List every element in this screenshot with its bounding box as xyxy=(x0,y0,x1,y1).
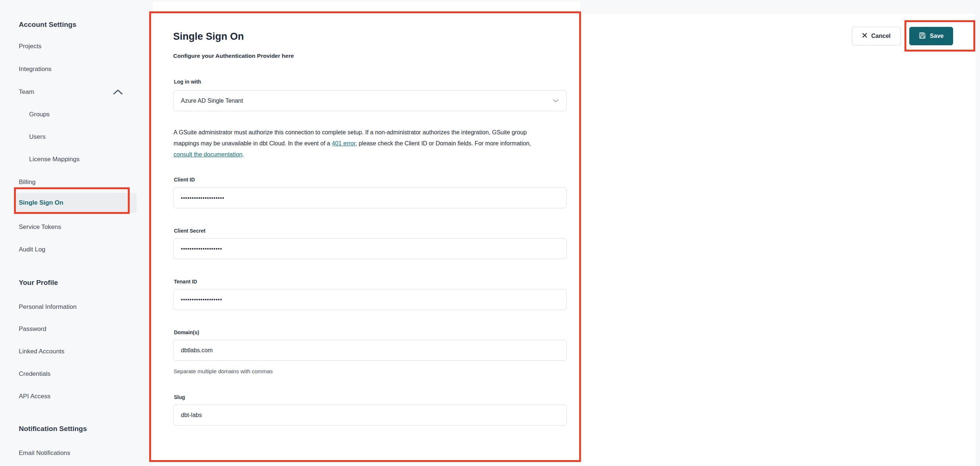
cancel-button-label: Cancel xyxy=(871,33,891,40)
client-secret-input[interactable] xyxy=(173,238,566,259)
sidebar-item-license-mappings[interactable]: License Mappings xyxy=(29,156,80,163)
chevron-down-icon xyxy=(553,98,559,104)
sidebar-item-email-notifications[interactable]: Email Notifications xyxy=(19,449,70,457)
domains-input[interactable] xyxy=(173,340,566,361)
login-with-select[interactable]: Azure AD Single Tenant xyxy=(173,90,566,111)
chevron-up-icon[interactable] xyxy=(113,89,123,95)
notice-segment: . xyxy=(242,151,244,157)
slug-input[interactable] xyxy=(173,404,566,425)
sidebar-item-password[interactable]: Password xyxy=(19,325,46,333)
close-icon xyxy=(862,33,867,40)
cancel-button[interactable]: Cancel xyxy=(852,27,901,45)
link-consult-documentation[interactable]: consult the documentation xyxy=(173,151,242,157)
client-id-input[interactable] xyxy=(173,187,566,208)
settings-sidebar: Account Settings Projects Integrations T… xyxy=(0,0,153,466)
sidebar-heading-notification-settings: Notification Settings xyxy=(19,425,87,433)
link-401-error[interactable]: 401 error xyxy=(332,140,356,146)
sidebar-item-linked-accounts[interactable]: Linked Accounts xyxy=(19,348,64,355)
sidebar-item-credentials[interactable]: Credentials xyxy=(19,370,51,378)
slug-label: Slug xyxy=(174,394,185,400)
sidebar-heading-your-profile: Your Profile xyxy=(19,279,58,287)
tenant-id-label: Tenant ID xyxy=(174,279,197,285)
client-id-label: Client ID xyxy=(174,177,195,182)
sidebar-item-audit-log[interactable]: Audit Log xyxy=(19,246,45,253)
sidebar-item-single-sign-on-label: Single Sign On xyxy=(19,199,64,206)
sso-notice-text: A GSuite administrator must authorize th… xyxy=(173,127,547,160)
sidebar-item-personal-information[interactable]: Personal Information xyxy=(19,303,76,311)
sidebar-item-groups[interactable]: Groups xyxy=(29,111,50,118)
client-secret-label: Client Secret xyxy=(174,228,205,234)
page-title: Single Sign On xyxy=(173,31,244,42)
sidebar-item-users[interactable]: Users xyxy=(29,133,45,141)
notice-segment: , please check the Client ID or Domain f… xyxy=(356,140,531,146)
sidebar-item-service-tokens[interactable]: Service Tokens xyxy=(19,223,61,231)
domains-label: Domain(s) xyxy=(174,330,199,335)
save-button-label: Save xyxy=(930,33,943,40)
page-subtitle: Configure your Authentication Provider h… xyxy=(173,52,294,59)
sidebar-item-billing[interactable]: Billing xyxy=(19,179,35,186)
save-button[interactable]: Save xyxy=(909,27,953,45)
sidebar-item-api-access[interactable]: API Access xyxy=(19,393,51,400)
sidebar-item-projects[interactable]: Projects xyxy=(19,43,41,50)
sidebar-item-single-sign-on-active[interactable]: Single Sign On xyxy=(17,193,137,213)
sidebar-heading-account-settings: Account Settings xyxy=(19,21,76,29)
login-with-label: Log in with xyxy=(174,79,201,85)
sidebar-item-integrations[interactable]: Integrations xyxy=(19,65,52,73)
sidebar-item-team[interactable]: Team xyxy=(19,88,34,96)
login-with-selected-value: Azure AD Single Tenant xyxy=(181,98,243,104)
save-disk-icon xyxy=(919,32,926,41)
domains-helper-text: Separate multiple domains with commas xyxy=(173,368,273,374)
form-card-top-edge xyxy=(153,2,580,14)
tenant-id-input[interactable] xyxy=(173,289,566,310)
